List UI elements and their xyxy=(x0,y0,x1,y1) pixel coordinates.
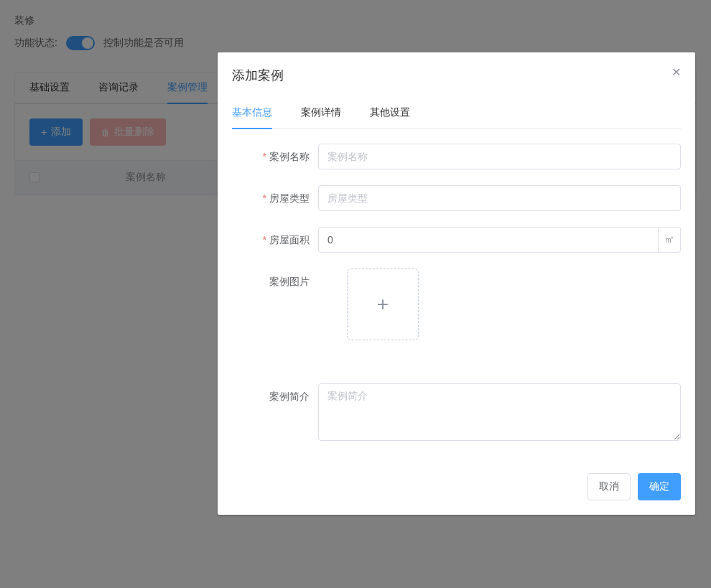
image-upload-box[interactable]: + xyxy=(347,269,419,340)
house-type-input[interactable] xyxy=(318,185,681,211)
dialog-header: 添加案例 ✕ xyxy=(218,52,695,91)
dialog-title: 添加案例 xyxy=(232,68,284,83)
add-case-dialog: 添加案例 ✕ 基本信息 案例详情 其他设置 案例名称 房屋类型 房屋面积 ㎡ xyxy=(218,52,695,515)
house-area-input[interactable] xyxy=(318,227,659,253)
tab-basic-info[interactable]: 基本信息 xyxy=(232,106,272,129)
case-name-input[interactable] xyxy=(318,144,681,169)
confirm-button[interactable]: 确定 xyxy=(638,473,681,500)
cancel-button[interactable]: 取消 xyxy=(587,473,631,500)
label-house-area: 房屋面积 xyxy=(232,227,318,253)
form-item-case-image: 案例图片 + xyxy=(232,269,681,340)
dialog-tabs: 基本信息 案例详情 其他设置 xyxy=(232,106,681,129)
form-item-house-type: 房屋类型 xyxy=(232,185,681,211)
tab-case-detail[interactable]: 案例详情 xyxy=(301,106,341,129)
plus-icon: + xyxy=(377,293,389,316)
form-item-case-intro: 案例简介 xyxy=(232,383,681,443)
label-case-image: 案例图片 xyxy=(232,269,318,340)
tab-other-settings[interactable]: 其他设置 xyxy=(370,106,410,129)
label-case-intro: 案例简介 xyxy=(232,383,318,443)
dialog-footer: 取消 确定 xyxy=(218,466,695,515)
dialog-body: 基本信息 案例详情 其他设置 案例名称 房屋类型 房屋面积 ㎡ 案例图片 xyxy=(218,91,695,466)
close-icon[interactable]: ✕ xyxy=(672,67,681,78)
label-case-name: 案例名称 xyxy=(232,144,318,169)
case-intro-textarea[interactable] xyxy=(318,383,681,441)
form-item-house-area: 房屋面积 ㎡ xyxy=(232,227,681,253)
form-item-case-name: 案例名称 xyxy=(232,144,681,169)
area-unit: ㎡ xyxy=(659,227,681,253)
label-house-type: 房屋类型 xyxy=(232,185,318,211)
